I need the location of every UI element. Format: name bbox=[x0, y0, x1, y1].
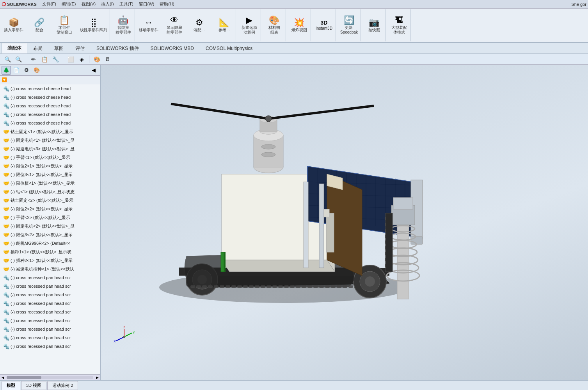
menu-edit[interactable]: 编辑(E) bbox=[59, 1, 78, 7]
tree-item[interactable]: 🔩 (-) cross recessed pan head scr bbox=[0, 316, 100, 325]
tree-item[interactable]: 🔩 (-) cross recessed cheese head bbox=[0, 119, 100, 127]
ribbon-show-hide[interactable]: 👁 显示隐藏的零部件 bbox=[163, 9, 186, 41]
tree-item[interactable]: 🤝 (-) 固定电机<1> (默认<<默认>_显 bbox=[0, 136, 100, 144]
settings-icon[interactable]: 🔧 bbox=[51, 55, 60, 64]
bottom-tab-motion[interactable]: 运动算例 2 bbox=[47, 381, 78, 390]
menu-help[interactable]: 帮助(H) bbox=[157, 1, 176, 7]
tree-item[interactable]: 🤝 (-) 插种2<1> (默认<<默认>_显示 bbox=[0, 256, 100, 265]
tree-item[interactable]: 🔩 (-) cross recessed cheese head bbox=[0, 102, 100, 110]
svg-line-71 bbox=[171, 104, 268, 119]
ribbon-assemble[interactable]: ⚙ 装配... bbox=[188, 9, 211, 41]
ribbon-update[interactable]: 🔄 更新Speedpak bbox=[338, 9, 361, 41]
tree-item[interactable]: 🤝 钻土固定<2> (默认<<默认>_显示 bbox=[0, 196, 100, 205]
tree-item[interactable]: 🤝 钻土固定<1> (默认<<默认>_显示 bbox=[0, 127, 100, 136]
tree-item[interactable]: 🔩 (-) cross recessed cheese head bbox=[0, 110, 100, 119]
bottom-tab-model[interactable]: 模型 bbox=[2, 381, 20, 390]
tree-item[interactable]: 🔩 (-) cross recessed cheese head bbox=[0, 84, 100, 93]
ribbon-large-assemble[interactable]: 🏗 大型装配体模式 bbox=[387, 9, 411, 41]
menu-view[interactable]: 视图(V) bbox=[79, 1, 98, 7]
scroll-right-btn[interactable]: ▶ bbox=[94, 375, 100, 380]
tree-item-text: (-) cross recessed pan head scr bbox=[11, 335, 71, 340]
tree-item[interactable]: 🤝 (-) 限位3<2> (默认<<默认>_显示 bbox=[0, 230, 100, 239]
tree-item-text: (-) 限位板<1> (默认<<默认>_显示 bbox=[11, 180, 75, 186]
copy-icon[interactable]: 📋 bbox=[40, 55, 49, 64]
menu-insert[interactable]: 插入(I) bbox=[99, 1, 116, 7]
tree-item[interactable]: 🤝 (-) 限位3<1> (默认<<默认>_显示 bbox=[0, 170, 100, 179]
bottom-tab-3d-view[interactable]: 3D 视图 bbox=[21, 381, 46, 390]
tree-item[interactable]: 🤝 (-) 减速电机<3> (默认<<默认>_显 bbox=[0, 144, 100, 153]
ribbon-instant3d[interactable]: 3D Instant3D bbox=[313, 9, 336, 41]
diamond-icon[interactable]: ◈ bbox=[77, 55, 86, 64]
palette-icon[interactable]: 🎨 bbox=[92, 55, 101, 64]
3d-viewport[interactable]: Y X Z bbox=[101, 65, 588, 380]
svg-rect-97 bbox=[326, 213, 334, 252]
tab-evaluate[interactable]: 评估 bbox=[69, 43, 91, 53]
svg-rect-16 bbox=[231, 285, 236, 288]
tree-item-text: (-) 固定电机<2> (默认<<默认>_显 bbox=[11, 223, 75, 229]
tree-item-icon: 🔩 bbox=[3, 85, 9, 92]
tree-item[interactable]: 🤝 (-) 限位2<2> (默认<<默认>_显示 bbox=[0, 205, 100, 213]
panel-collapse-button[interactable]: ◀ bbox=[89, 66, 98, 75]
square-icon[interactable]: ⬜ bbox=[66, 55, 75, 64]
tree-item[interactable]: 🤝 (-) 减速电机插种<1> (默认<<默认 bbox=[0, 265, 100, 273]
tree-item[interactable]: 🤝 (-) 手臂<2> (默认<<默认>_显示 bbox=[0, 213, 100, 222]
pencil-icon[interactable]: ✏ bbox=[29, 55, 38, 64]
display-icon[interactable]: 🖥 bbox=[103, 55, 112, 64]
tree-item-icon: 🤝 bbox=[3, 189, 9, 195]
tab-comsol[interactable]: COMSOL Multiphysics bbox=[200, 44, 258, 53]
tab-layout[interactable]: 布局 bbox=[27, 43, 48, 53]
menu-window[interactable]: 窗口(W) bbox=[137, 1, 157, 7]
tree-item[interactable]: 🔩 (-) cross recessed pan head scr bbox=[0, 299, 100, 308]
ribbon-insert-part[interactable]: 📦 插入零部件 bbox=[2, 9, 26, 41]
svg-rect-31 bbox=[319, 285, 324, 288]
ribbon-move-part[interactable]: ↔ 移动零部件 bbox=[137, 9, 161, 41]
ribbon-smart-move[interactable]: 🤖 智能拉移零部件 bbox=[112, 9, 135, 41]
tree-item[interactable]: 🤝 (-) 限位板<1> (默认<<默认>_显示 bbox=[0, 179, 100, 187]
scroll-left-btn[interactable]: ◀ bbox=[0, 375, 5, 380]
zoom-icon[interactable]: 🔍 bbox=[14, 55, 23, 64]
top-right-text: She gor bbox=[571, 2, 586, 7]
panel-tool-properties[interactable]: 📄 bbox=[12, 66, 21, 75]
tab-sw-plugins[interactable]: SOLIDWORKS 插件 bbox=[91, 43, 145, 53]
scroll-track[interactable] bbox=[7, 376, 93, 379]
tree-item[interactable]: 🔩 (-) cross recessed pan head scr bbox=[0, 273, 100, 282]
tree-item-icon: 🔩 bbox=[3, 343, 9, 349]
tree-item-text: (-) 插种2<1> (默认<<默认>_显示 bbox=[11, 258, 73, 264]
panel-tool-config[interactable]: ⚙ bbox=[22, 66, 31, 75]
ribbon-snapshot[interactable]: 📷 拍快照 bbox=[362, 9, 386, 41]
tree-item[interactable]: 🔩 (-) cross recessed pan head scr bbox=[0, 333, 100, 342]
menu-file[interactable]: 文件(F) bbox=[40, 1, 59, 7]
svg-point-105 bbox=[123, 336, 125, 338]
tab-sw-mbd[interactable]: SOLIDWORKS MBD bbox=[145, 44, 200, 53]
panel-tool-tree[interactable]: 🌲 bbox=[2, 66, 11, 75]
ribbon-explode[interactable]: 💥 爆炸视图 bbox=[288, 9, 311, 41]
tree-item[interactable]: 🔩 (-) cross recessed pan head scr bbox=[0, 325, 100, 333]
tree-item[interactable]: 🔩 (-) cross recessed pan head scr bbox=[0, 290, 100, 299]
tree-item[interactable]: 🤝 (-) 钻<1> (默认<<默认>_显示状态 bbox=[0, 187, 100, 196]
tree-item[interactable]: 🔩 (-) cross recessed pan head scr bbox=[0, 308, 100, 316]
ribbon-new-motion[interactable]: ▶ 新建运动动算例 bbox=[238, 9, 261, 41]
tree-item[interactable]: 🔩 (-) cross recessed pan head scr bbox=[0, 282, 100, 290]
ribbon-material[interactable]: 🎨 材料明细表 bbox=[263, 9, 286, 41]
ribbon-mate[interactable]: 🔗 配合 bbox=[28, 9, 51, 41]
search-icon[interactable]: 🔍 bbox=[3, 55, 12, 64]
ribbon-linear-array[interactable]: ⣿ 线性零部件阵列 bbox=[78, 9, 110, 41]
menu-tools[interactable]: 工具(T) bbox=[117, 1, 136, 7]
tree-scroll-area[interactable]: 🔩 (-) cross recessed cheese head 🔩 (-) c… bbox=[0, 84, 100, 374]
tree-item[interactable]: 🤝 (-) 限位2<1> (默认<<默认>_显示 bbox=[0, 162, 100, 170]
horizontal-scrollbar[interactable]: ◀ ▶ bbox=[0, 374, 100, 380]
tree-item[interactable]: 🤝 插种1<1> (默认<<默认>_显示状 bbox=[0, 248, 100, 256]
tab-assemble[interactable]: 装配体 bbox=[2, 43, 27, 53]
tree-item[interactable]: 🔩 (-) cross recessed cheese head bbox=[0, 93, 100, 102]
ribbon-reference[interactable]: 📐 参考... bbox=[213, 9, 236, 41]
tree-item[interactable]: 🤝 (-) 固定电机<2> (默认<<默认>_显 bbox=[0, 222, 100, 230]
tree-item[interactable]: 🤝 (-) 手臂<1> (默认<<默认>_显示 bbox=[0, 153, 100, 162]
tab-sketch[interactable]: 草图 bbox=[48, 43, 69, 53]
scroll-thumb[interactable] bbox=[7, 376, 41, 379]
tree-item-icon: 🤝 bbox=[3, 137, 9, 143]
ribbon-copy-parts[interactable]: 📋 零部件复制窗口 bbox=[53, 9, 76, 41]
tree-item[interactable]: 🤝 (-) 舵机MG996R<2> (Default<< bbox=[0, 239, 100, 248]
panel-tool-display[interactable]: 🎨 bbox=[32, 66, 41, 75]
tree-item[interactable]: 🔩 (-) cross recessed pan head scr bbox=[0, 342, 100, 351]
tree-item-text: (-) cross recessed pan head scr bbox=[11, 310, 71, 314]
